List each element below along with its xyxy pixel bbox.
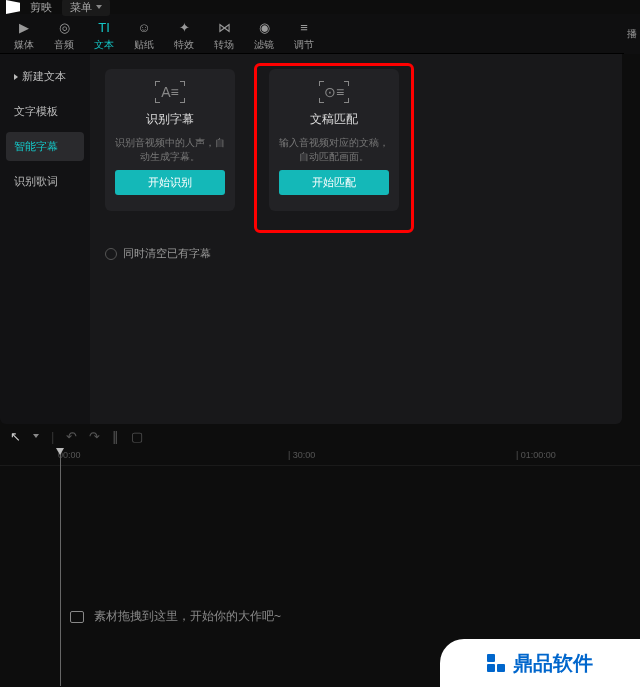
card-title: 文稿匹配	[310, 111, 358, 128]
film-icon	[70, 611, 84, 623]
tab-label: 音频	[54, 38, 74, 52]
sidebar-item-recognize-lyrics[interactable]: 识别歌词	[6, 167, 84, 196]
media-icon: ▶	[16, 20, 32, 36]
sidebar-item-smart-subtitle[interactable]: 智能字幕	[6, 132, 84, 161]
delete-icon[interactable]: ▢	[131, 429, 143, 444]
chevron-down-icon[interactable]	[33, 434, 39, 438]
checkbox-icon	[105, 248, 117, 260]
tab-overflow[interactable]: 播	[624, 14, 640, 54]
playhead[interactable]	[60, 448, 61, 686]
tab-audio[interactable]: ◎ 音频	[54, 20, 74, 52]
tab-label: 滤镜	[254, 38, 274, 52]
tab-label: 调节	[294, 38, 314, 52]
filter-icon: ◉	[256, 20, 272, 36]
content-panel: A≡ 识别字幕 识别音视频中的人声，自动生成字幕。 开始识别 ⊙≡ 文稿匹配 输…	[90, 54, 622, 424]
adjust-icon: ≡	[296, 20, 312, 36]
tab-media[interactable]: ▶ 媒体	[14, 20, 34, 52]
undo-icon[interactable]: ↶	[66, 429, 77, 444]
drop-hint-text: 素材拖拽到这里，开始你的大作吧~	[94, 608, 281, 625]
card-script-match: ⊙≡ 文稿匹配 输入音视频对应的文稿，自动匹配画面。 开始匹配	[269, 69, 399, 211]
tab-label: 媒体	[14, 38, 34, 52]
titlebar: 剪映 菜单	[0, 0, 640, 14]
workarea: 新建文本 文字模板 智能字幕 识别歌词 A≡ 识别字幕 识别音视频中的人声，自动…	[0, 54, 640, 424]
menu-button[interactable]: 菜单	[62, 0, 110, 16]
card-desc: 输入音视频对应的文稿，自动匹配画面。	[279, 136, 389, 162]
text-icon: TI	[96, 20, 112, 36]
sidebar-item-text-template[interactable]: 文字模板	[6, 97, 84, 126]
match-icon: ⊙≡	[319, 81, 349, 103]
tab-label: 文本	[94, 38, 114, 52]
card-row: A≡ 识别字幕 识别音视频中的人声，自动生成字幕。 开始识别 ⊙≡ 文稿匹配 输…	[102, 66, 610, 236]
arrow-right-icon	[14, 74, 18, 80]
tab-text[interactable]: TI 文本	[94, 20, 114, 52]
sidebar-item-label: 新建文本	[22, 69, 66, 84]
card-title: 识别字幕	[146, 111, 194, 128]
highlight-box: ⊙≡ 文稿匹配 输入音视频对应的文稿，自动匹配画面。 开始匹配	[254, 63, 414, 233]
audio-icon: ◎	[56, 20, 72, 36]
tab-label: 特效	[174, 38, 194, 52]
tick-1: | 30:00	[288, 450, 315, 460]
split-icon[interactable]: ‖	[112, 429, 119, 444]
app-name: 剪映	[30, 0, 52, 15]
sidebar-item-label: 识别歌词	[14, 174, 58, 189]
sidebar: 新建文本 文字模板 智能字幕 识别歌词	[0, 54, 90, 424]
transition-icon: ⋈	[216, 20, 232, 36]
menu-label: 菜单	[70, 0, 92, 15]
card-desc: 识别音视频中的人声，自动生成字幕。	[115, 136, 225, 162]
watermark: 鼎品软件	[440, 639, 640, 687]
tab-adjust[interactable]: ≡ 调节	[294, 20, 314, 52]
tab-label: 贴纸	[134, 38, 154, 52]
sidebar-item-label: 文字模板	[14, 104, 58, 119]
tab-filter[interactable]: ◉ 滤镜	[254, 20, 274, 52]
tab-sticker[interactable]: ☺ 贴纸	[134, 20, 154, 52]
separator: |	[51, 429, 54, 444]
redo-icon[interactable]: ↷	[89, 429, 100, 444]
recognize-icon: A≡	[155, 81, 185, 103]
watermark-icon	[487, 654, 505, 672]
start-match-button[interactable]: 开始匹配	[279, 170, 389, 195]
sidebar-item-new-text[interactable]: 新建文本	[6, 62, 84, 91]
clear-subtitle-checkbox[interactable]: 同时清空已有字幕	[102, 246, 610, 261]
tick-2: | 01:00:00	[516, 450, 556, 460]
chevron-down-icon	[96, 5, 102, 9]
sticker-icon: ☺	[136, 20, 152, 36]
timeline-toolbar: ↖ | ↶ ↷ ‖ ▢	[0, 424, 640, 448]
tab-label: 转场	[214, 38, 234, 52]
start-recognize-button[interactable]: 开始识别	[115, 170, 225, 195]
timeline-ruler: 00:00 | 30:00 | 01:00:00	[0, 448, 640, 466]
checkbox-label: 同时清空已有字幕	[123, 246, 211, 261]
main-tabbar: ▶ 媒体 ◎ 音频 TI 文本 ☺ 贴纸 ✦ 特效 ⋈ 转场 ◉ 滤镜 ≡ 调节	[0, 14, 640, 54]
drop-hint: 素材拖拽到这里，开始你的大作吧~	[70, 608, 281, 625]
sidebar-item-label: 智能字幕	[14, 139, 58, 154]
card-recognize-subtitle: A≡ 识别字幕 识别音视频中的人声，自动生成字幕。 开始识别	[105, 69, 235, 211]
tab-effects[interactable]: ✦ 特效	[174, 20, 194, 52]
tab-transition[interactable]: ⋈ 转场	[214, 20, 234, 52]
app-logo-icon	[6, 0, 20, 14]
effects-icon: ✦	[176, 20, 192, 36]
cursor-icon[interactable]: ↖	[10, 429, 21, 444]
watermark-text: 鼎品软件	[513, 650, 593, 677]
